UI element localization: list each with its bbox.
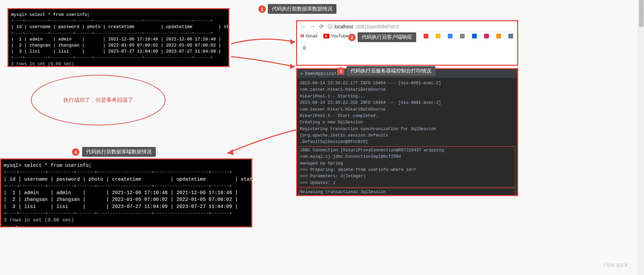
info-icon: ⓘ [328, 24, 332, 30]
table-header: | id | username | password | photo | cre… [11, 24, 226, 30]
sql-prompt2: mysql> [4, 225, 249, 232]
log-line: managed by Spring [300, 160, 514, 167]
log-line: .DefaultSqlSession@9fcc019] [300, 139, 514, 145]
url-host: localhost [334, 24, 353, 29]
label-4: 代码执行后数据库端数据情况 [82, 147, 156, 157]
label-2: 代码执行后客户端响应 [358, 32, 416, 42]
badge-4: 4 [72, 148, 79, 156]
url-bar[interactable]: ⓘ localhost:8081/user0/del?id=2 [328, 24, 399, 30]
row: | 3 | lisi | lisi | | 2023-07-27 11:04:0… [11, 49, 226, 55]
server-console: ▶ DemoApplication × 2023-08-14 23:38:22.… [296, 68, 518, 196]
badge-2: 2 [348, 34, 356, 41]
gmail-label: Gmail [306, 33, 317, 38]
terminal-after: mysql> select * from userinfo; +----+---… [0, 158, 252, 227]
scrollbar[interactable] [638, 0, 644, 275]
watermark: CSDN @安苒_ [604, 263, 631, 268]
row: | 2 | zhangsan | zhangsan | | 2022-01-05… [4, 196, 249, 203]
favicon[interactable] [484, 34, 489, 38]
reload-icon[interactable]: ⟳ [319, 23, 324, 30]
log-line: HikariPool-1 - Starting... [300, 93, 514, 100]
log-line: JDBC Connection [HikariProxyConnection@8… [300, 147, 514, 160]
divider: +----+----------+----------+-------+----… [11, 18, 226, 24]
highlight-box-1: JDBC Connection [HikariProxyConnection@8… [299, 146, 515, 187]
highlight-box-2: Releasing transactional SqlSession [org.… [299, 188, 515, 196]
favicon[interactable] [448, 34, 453, 38]
svg-marker-1 [290, 64, 295, 69]
footer: 3 rows in set (0.00 sec) [11, 61, 226, 67]
divider: +----+----------+----------+-------+----… [11, 55, 226, 61]
favicon[interactable] [436, 34, 440, 38]
favicon[interactable] [508, 34, 513, 38]
browser-window: ← → ⟳ ⓘ localhost:8081/user0/del?id=2 MG… [296, 20, 518, 66]
arrow-to-terminal2 [222, 128, 299, 158]
log-line: Registering transaction synchronization … [300, 126, 514, 139]
row: | 2 | zhangsan | zhangsan | | 2022-01-05… [11, 42, 226, 49]
terminal-before: mysql> select * from userinfo; +----+---… [7, 8, 229, 67]
oval-note: 执行成功了，但是事务回滚了 [31, 75, 166, 125]
log-line: Releasing transactional SqlSession [org.… [300, 189, 514, 196]
arrow-to-console [229, 53, 300, 73]
footer: 3 rows in set (0.00 sec) [4, 217, 249, 223]
sql-prompt2: mysql> _ [11, 68, 226, 74]
sql-prompt: mysql> select * from userinfo; [11, 12, 226, 18]
svg-marker-2 [227, 149, 234, 155]
label-3: 代码执行后服务器端控制台打印情况 [347, 66, 435, 76]
browser-toolbar: ← → ⟳ ⓘ localhost:8081/user0/del?id=2 [297, 21, 517, 32]
log-line: 2023-08-14 23:38:22.177 INFO 16464 --- [… [300, 80, 514, 93]
forward-icon[interactable]: → [310, 24, 315, 30]
log-line: HikariPool-1 - Start completed. [300, 113, 514, 119]
favicon[interactable] [472, 34, 477, 38]
gmail-icon: M [300, 33, 304, 38]
row: | 1 | admin | admin | | 2021-12-06 17:10… [4, 189, 249, 196]
badge-1: 1 [258, 5, 266, 13]
favicon[interactable] [460, 34, 465, 38]
table-header: | id | username | password | photo | cre… [4, 176, 249, 183]
divider: +----+----------+----------+-------+----… [11, 30, 226, 36]
divider: +----+----------+----------+-------+----… [4, 210, 249, 217]
divider: +----+----------+----------+-------+----… [4, 183, 249, 189]
favicon[interactable] [496, 34, 501, 38]
oval-text: 执行成功了，但是事务回滚了 [63, 97, 133, 104]
log-line: <== Updates: 1 [300, 180, 514, 186]
favicon[interactable] [424, 34, 428, 38]
bookmark-youtube[interactable]: ▶YouTube [323, 33, 348, 38]
label-1: 代码执行前数据库数据情况 [268, 4, 336, 14]
bookmark-gmail[interactable]: MGmail [300, 33, 317, 38]
scrollbar-thumb[interactable] [639, 0, 644, 27]
sql-prompt: mysql> select * from userinfo; [4, 162, 249, 169]
url-rest: :8081/user0/del?id=2 [355, 24, 399, 29]
divider: +----+----------+----------+-------+----… [4, 169, 249, 176]
svg-marker-0 [290, 39, 295, 44]
log-line: 2023-08-14 23:38:22.359 INFO 16464 --- [… [300, 100, 514, 113]
log-line: ==> Preparing: delete from userinfo wher… [300, 167, 514, 173]
row: | 1 | admin | admin | | 2021-12-06 17:10… [11, 36, 226, 42]
arrow-to-browser [229, 34, 300, 51]
log-line: Creating a new SqlSession [300, 119, 514, 126]
row: | 3 | lisi | lisi | | 2023-07-27 11:04:0… [4, 203, 249, 210]
back-icon[interactable]: ← [300, 24, 306, 30]
youtube-icon: ▶ [323, 34, 329, 38]
badge-3: 3 [337, 67, 345, 75]
log-line: ==> Parameters: 2(Integer) [300, 173, 514, 180]
youtube-label: YouTube [331, 33, 348, 38]
response-body: 0 [297, 41, 517, 55]
console-output: 2023-08-14 23:38:22.177 INFO 16464 --- [… [297, 78, 517, 196]
run-icon: ▶ [300, 71, 303, 76]
